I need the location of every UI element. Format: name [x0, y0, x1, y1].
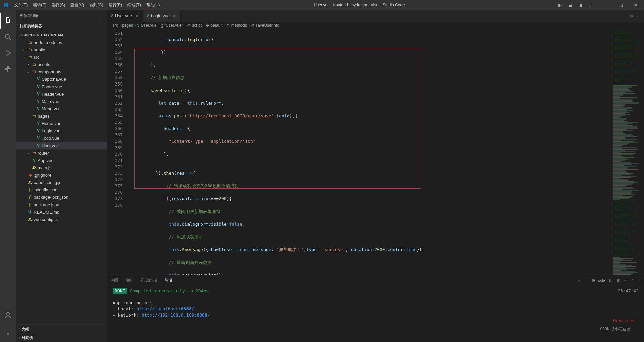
tree-folder[interactable]: ⌄🗀components	[16, 68, 107, 75]
panel-tab[interactable]: 终端	[165, 276, 172, 285]
editor[interactable]: 3513523533543553563573583593603613623633…	[107, 29, 644, 275]
more-actions-icon[interactable]: ···	[637, 13, 641, 18]
menu-bar: 文件(F)编辑(E)选择(S)查看(V)转到(G)运行(R)终端(T)帮助(H)	[12, 0, 162, 10]
explorer-icon[interactable]	[0, 13, 16, 29]
tree-file[interactable]: ◆.gitignore	[16, 171, 107, 179]
chevron-icon: ›	[21, 48, 27, 52]
debug-icon[interactable]	[0, 45, 16, 61]
tree-folder[interactable]: ›🗀node_modules	[16, 39, 107, 46]
vue-icon: V	[35, 121, 42, 126]
terminal-split-dropdown-icon[interactable]: ⌄	[585, 278, 588, 282]
vue-icon: V	[35, 143, 42, 148]
folder-icon: 🗀	[31, 151, 38, 155]
tree-file[interactable]: {}package-lock.json	[16, 193, 107, 201]
settings-gear-icon[interactable]	[0, 326, 16, 342]
extensions-icon[interactable]	[0, 61, 16, 77]
tree-folder[interactable]: ⌄🗀src	[16, 53, 107, 61]
tree-file[interactable]: VHome.vue	[16, 120, 107, 127]
editor-tab[interactable]: VUser.vue×	[107, 10, 143, 22]
terminal-output[interactable]: 23:47:42 DONE Compiled successfully in 2…	[107, 285, 644, 342]
editor-tab[interactable]: VLogin.vue×	[143, 10, 181, 22]
panel-tab[interactable]: 调试控制台	[140, 276, 158, 285]
menu-item[interactable]: 编辑(E)	[30, 0, 49, 10]
tree-folder[interactable]: ⌄🗀pages	[16, 112, 107, 120]
maximize-icon[interactable]: ▢	[613, 0, 629, 10]
timeline-section[interactable]: ›时间线	[16, 334, 107, 341]
tree-file[interactable]: JSbabel.config.js	[16, 179, 107, 186]
open-editors-section[interactable]: ›打开的编辑器	[16, 22, 107, 30]
terminal-profile[interactable]: ▣node	[592, 278, 605, 282]
tree-file[interactable]: {}jsconfig.json	[16, 186, 107, 193]
tree-file[interactable]: VTodo.vue	[16, 134, 107, 142]
svg-line-1	[9, 38, 11, 40]
tree-file[interactable]: VHeader.vue	[16, 90, 107, 98]
tree-file[interactable]: VMenu.vue	[16, 105, 107, 112]
tree-file[interactable]: JSmain.js	[16, 164, 107, 171]
panel-tab[interactable]: 问题	[111, 276, 119, 285]
menu-item[interactable]: 帮助(H)	[144, 0, 163, 10]
panel-tab[interactable]: 输出	[125, 276, 133, 285]
breadcrumb-item[interactable]: pages	[122, 23, 133, 28]
more-icon[interactable]: ···	[624, 278, 627, 282]
split-editor-icon[interactable]: ⫸	[630, 13, 634, 18]
menu-item[interactable]: 终端(T)	[125, 0, 143, 10]
tree-file[interactable]: {}package.json	[16, 201, 107, 208]
trash-icon[interactable]: 🗑	[616, 278, 620, 282]
breadcrumb[interactable]: src›pages›V User.vue›{} "User.vue"›⚙ scr…	[107, 22, 644, 29]
split-terminal-icon[interactable]: ◫	[609, 278, 612, 282]
layout-customize-icon[interactable]: ⊞	[586, 0, 594, 10]
tree-folder[interactable]: ›🗀assets	[16, 61, 107, 68]
vue-icon: V	[35, 99, 42, 104]
tree-label: babel.config.js	[34, 180, 61, 185]
tree-file[interactable]: VApp.vue	[16, 157, 107, 164]
svg-marker-2	[6, 50, 11, 56]
menu-item[interactable]: 转到(G)	[87, 0, 106, 10]
close-panel-icon[interactable]: ✕	[637, 278, 640, 282]
menu-item[interactable]: 选择(S)	[49, 0, 68, 10]
title-bar: 文件(F)编辑(E)选择(S)查看(V)转到(G)运行(R)终端(T)帮助(H)…	[0, 0, 644, 10]
maximize-panel-icon[interactable]: ^	[631, 278, 633, 282]
tree-label: main.js	[38, 165, 51, 170]
tree-file[interactable]: JSvue.config.js	[16, 216, 107, 223]
code-area[interactable]: console.log(error) }) }, // 新增用户信息 saveU…	[129, 29, 612, 275]
close-icon[interactable]: ✕	[629, 0, 644, 10]
menu-item[interactable]: 运行(R)	[106, 0, 125, 10]
layout-panel-right-icon[interactable]: ◨	[576, 0, 584, 10]
tree-folder[interactable]: ›🗀public	[16, 46, 107, 53]
tree-folder[interactable]: ›🗀router	[16, 149, 107, 157]
breadcrumb-item[interactable]: {} "User.vue"	[161, 23, 183, 28]
tree-file[interactable]: VCaptcha.vue	[16, 75, 107, 83]
tree-file[interactable]: VFooter.vue	[16, 83, 107, 90]
tree-file[interactable]: VUser.vue	[16, 142, 107, 149]
project-section[interactable]: ⌄FRONTEND_MYDREAM	[16, 31, 107, 39]
network-url[interactable]: http://192.168.0.109:8888/	[142, 312, 210, 318]
tree-file[interactable]: VLogin.vue	[16, 127, 107, 134]
layout-panel-left-icon[interactable]: ◧	[556, 0, 564, 10]
layout-panel-bottom-icon[interactable]: ⬓	[566, 0, 574, 10]
done-badge: DONE	[113, 288, 127, 294]
close-tab-icon[interactable]: ×	[134, 13, 140, 19]
close-tab-icon[interactable]: ×	[172, 13, 177, 19]
tree-label: public	[34, 47, 45, 52]
more-icon[interactable]: ···	[100, 14, 103, 18]
new-terminal-icon[interactable]: ＋	[577, 278, 581, 283]
local-url[interactable]: http://localhost:8888/	[136, 306, 194, 311]
minimap[interactable]	[612, 29, 644, 275]
search-icon[interactable]	[0, 29, 16, 45]
menu-item[interactable]: 文件(F)	[12, 0, 30, 10]
minimize-icon[interactable]: ─	[598, 0, 613, 10]
breadcrumb-item[interactable]: ⚙ saveUserInfo	[251, 23, 279, 28]
outline-section[interactable]: ›大纲	[16, 325, 107, 333]
terminal-type-icon: ▣	[592, 278, 595, 282]
breadcrumb-item[interactable]: V User.vue	[137, 23, 157, 28]
tree-file[interactable]: VMain.vue	[16, 98, 107, 105]
vue-icon: V	[31, 158, 38, 163]
breadcrumb-item[interactable]: ⚙ default	[206, 23, 222, 28]
account-icon[interactable]	[0, 307, 16, 323]
tree-label: Home.vue	[42, 121, 61, 126]
tree-file[interactable]: M↓README.md	[16, 208, 107, 216]
menu-item[interactable]: 查看(V)	[68, 0, 87, 10]
breadcrumb-item[interactable]: src	[113, 23, 118, 28]
breadcrumb-item[interactable]: ⚙ methods	[226, 23, 247, 28]
breadcrumb-item[interactable]: ⚙ script	[187, 23, 202, 28]
